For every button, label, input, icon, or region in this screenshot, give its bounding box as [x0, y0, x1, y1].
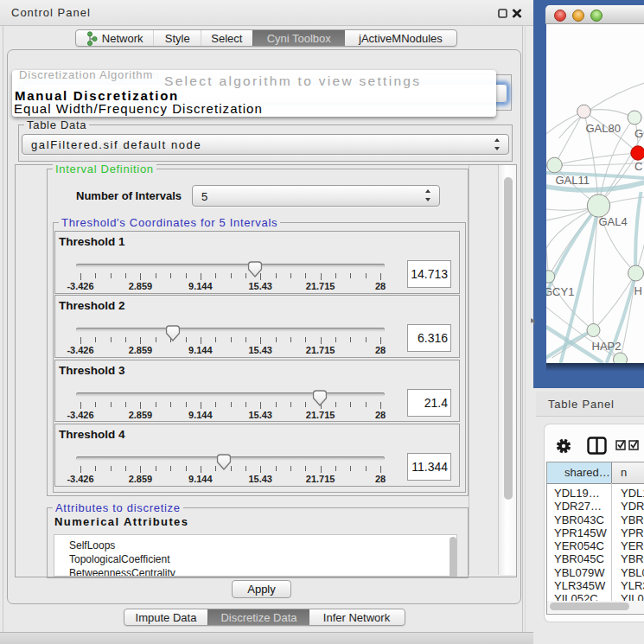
- svg-text:G...: G...: [634, 127, 644, 140]
- svg-text:GAL80: GAL80: [585, 122, 620, 135]
- svg-text:HAP2: HAP2: [591, 340, 621, 353]
- svg-text:C: C: [634, 160, 642, 173]
- svg-text:H: H: [634, 284, 641, 297]
- svg-text:GCY1: GCY1: [546, 285, 574, 298]
- svg-text:GAL4: GAL4: [598, 215, 627, 228]
- svg-text:GAL11: GAL11: [555, 174, 590, 187]
